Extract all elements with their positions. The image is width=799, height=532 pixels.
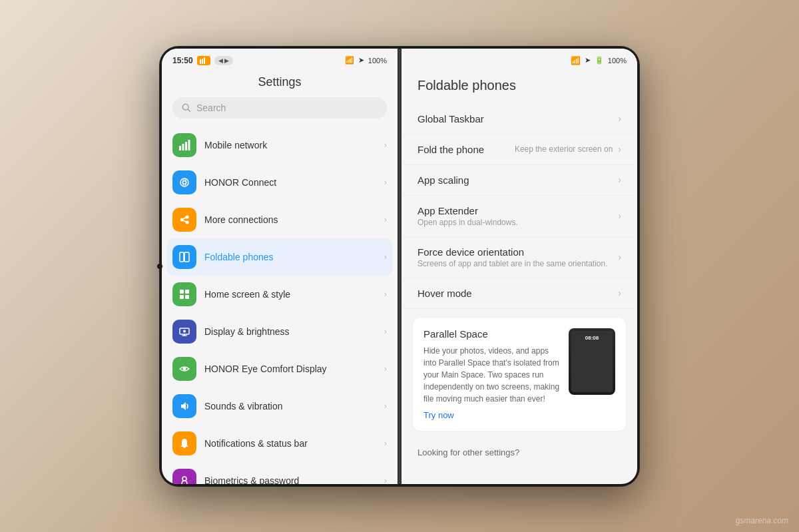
right-panel: 📶 ➤ 🔋 100% Foldable phones Global Taskba… (401, 49, 637, 484)
signal-icon: ➤ (358, 56, 364, 65)
eye-comfort-chevron: › (384, 364, 387, 374)
search-icon (182, 103, 191, 113)
svg-rect-1 (202, 59, 203, 64)
phone-wrapper: 15:50 ◀ ▶ 📶 ➤ 100% (140, 27, 659, 506)
status-time: 15:50 (172, 56, 193, 65)
force-orientation-sub: Screens of app and tablet are in the sam… (417, 259, 618, 268)
search-bar[interactable]: Search (172, 97, 387, 119)
right-status-bar: 📶 ➤ 🔋 100% (401, 49, 637, 73)
parallel-space-time: 08:08 (585, 335, 599, 341)
settings-list: Mobile network › HONOR Connect › (162, 127, 398, 484)
right-panel-title: Foldable phones (401, 73, 637, 104)
honor-connect-chevron: › (384, 178, 387, 187)
sidebar-item-display[interactable]: Display & brightness › (162, 313, 398, 350)
status-bar: 15:50 ◀ ▶ 📶 ➤ 100% (162, 49, 398, 73)
display-icon (172, 320, 196, 344)
right-item-fold-phone[interactable]: Fold the phone Keep the exterior screen … (401, 134, 637, 165)
foldable-phones-label: Foldable phones (204, 252, 384, 262)
hover-mode-chevron: › (618, 288, 621, 298)
svg-point-28 (182, 477, 186, 481)
svg-point-26 (183, 330, 186, 332)
svg-point-10 (183, 180, 186, 184)
sidebar-item-sounds[interactable]: Sounds & vibration › (162, 388, 398, 425)
parallel-space-text: Parallel Space Hide your photos, videos,… (423, 328, 561, 420)
status-icon (197, 56, 210, 65)
global-taskbar-chevron: › (618, 113, 621, 124)
phone-hinge (398, 49, 401, 484)
parallel-space-image: 08:08 (569, 328, 615, 395)
svg-point-9 (180, 178, 188, 186)
hover-mode-title: Hover mode (417, 288, 618, 299)
notifications-icon (172, 431, 196, 455)
home-screen-chevron: › (384, 290, 387, 299)
svg-point-11 (180, 218, 184, 221)
display-chevron: › (384, 327, 387, 336)
fold-phone-title: Fold the phone (417, 144, 515, 155)
honor-connect-icon (172, 170, 196, 194)
mobile-network-icon (172, 133, 196, 157)
svg-rect-22 (185, 295, 189, 299)
svg-rect-7 (185, 142, 187, 150)
svg-point-27 (183, 367, 186, 370)
phone-device: 15:50 ◀ ▶ 📶 ➤ 100% (160, 47, 639, 486)
mobile-network-label: Mobile network (204, 140, 384, 150)
fold-phone-chevron: › (618, 144, 621, 154)
sidebar-item-more-connections[interactable]: More connections › (162, 201, 398, 238)
fold-phone-content: Fold the phone (417, 144, 515, 155)
right-arrow-icon: ➤ (585, 56, 591, 65)
biometrics-chevron: › (384, 476, 387, 484)
global-taskbar-content: Global Taskbar (417, 113, 618, 125)
right-item-app-scaling[interactable]: App scaling › (401, 165, 637, 196)
wifi-icon: 📶 (345, 56, 354, 65)
foldable-phones-chevron: › (384, 252, 387, 262)
more-connections-label: More connections (204, 214, 384, 225)
fold-phone-note: Keep the exterior screen on (515, 144, 613, 154)
sidebar-item-notifications[interactable]: Notifications & status bar › (162, 425, 398, 462)
svg-rect-8 (188, 140, 190, 150)
parallel-space-try[interactable]: Try now (423, 410, 561, 420)
more-connections-chevron: › (384, 215, 387, 224)
watermark: gsmarena.com (736, 516, 788, 525)
sidebar-item-home-screen[interactable]: Home screen & style › (162, 276, 398, 313)
parallel-space-screen: 08:08 (571, 331, 613, 392)
global-taskbar-title: Global Taskbar (417, 113, 618, 125)
sidebar-item-honor-connect[interactable]: HONOR Connect › (162, 164, 398, 201)
sounds-label: Sounds & vibration (204, 401, 384, 411)
svg-rect-5 (179, 146, 181, 150)
hover-mode-content: Hover mode (417, 288, 618, 299)
home-screen-label: Home screen & style (204, 289, 384, 300)
honor-connect-label: HONOR Connect (204, 177, 384, 188)
sidebar-item-biometrics[interactable]: Biometrics & password › (162, 462, 398, 484)
looking-for-text: Looking for other settings? (401, 439, 637, 465)
svg-rect-16 (180, 252, 184, 262)
svg-rect-6 (182, 144, 184, 150)
sounds-chevron: › (384, 401, 387, 411)
right-item-app-extender[interactable]: App Extender Open apps in dual-windows. … (401, 196, 637, 237)
display-label: Display & brightness (204, 326, 384, 337)
right-item-global-taskbar[interactable]: Global Taskbar › (401, 104, 637, 134)
eye-comfort-icon (172, 357, 196, 381)
status-arrows: ◀ ▶ (214, 56, 234, 65)
right-item-force-orientation[interactable]: Force device orientation Screens of app … (401, 237, 637, 278)
mobile-network-chevron: › (384, 140, 387, 150)
app-scaling-content: App scaling (417, 174, 618, 186)
settings-title: Settings (162, 73, 398, 97)
sidebar-item-foldable-phones[interactable]: Foldable phones › (167, 238, 392, 276)
app-extender-chevron: › (618, 210, 621, 221)
right-item-hover-mode[interactable]: Hover mode › (401, 278, 637, 309)
search-placeholder: Search (196, 103, 226, 113)
status-left: 15:50 ◀ ▶ (172, 56, 233, 65)
sidebar-item-mobile-network[interactable]: Mobile network › (162, 127, 398, 164)
svg-point-12 (186, 215, 189, 218)
biometrics-icon (172, 469, 196, 484)
svg-line-15 (183, 220, 186, 222)
app-extender-title: App Extender (417, 205, 618, 216)
app-extender-content: App Extender Open apps in dual-windows. (417, 205, 618, 227)
app-scaling-chevron: › (618, 174, 621, 185)
svg-rect-2 (204, 57, 205, 64)
force-orientation-title: Force device orientation (417, 246, 618, 258)
foldable-phones-icon (172, 245, 196, 269)
sidebar-item-eye-comfort[interactable]: HONOR Eye Comfort Display › (162, 350, 398, 388)
notifications-label: Notifications & status bar (204, 438, 384, 449)
biometrics-label: Biometrics & password (204, 475, 384, 484)
